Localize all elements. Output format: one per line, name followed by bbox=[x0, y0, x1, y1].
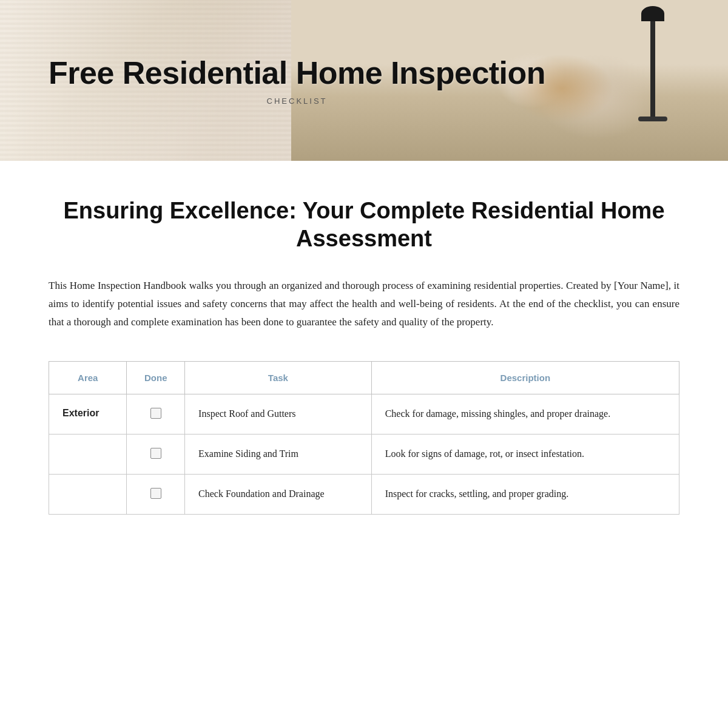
hero-header: Free Residential Home Inspection CHECKLI… bbox=[0, 0, 728, 161]
hero-subtitle: CHECKLIST bbox=[49, 96, 545, 106]
table-row: Check Foundation and Drainage Inspect fo… bbox=[49, 475, 679, 515]
done-cell bbox=[127, 435, 185, 475]
intro-paragraph: This Home Inspection Handbook walks you … bbox=[49, 277, 679, 331]
col-header-description: Description bbox=[371, 362, 679, 394]
description-cell: Look for signs of damage, rot, or insect… bbox=[371, 435, 679, 475]
col-header-task: Task bbox=[185, 362, 372, 394]
task-cell: Inspect Roof and Gutters bbox=[185, 394, 372, 435]
table-row: Exterior Inspect Roof and Gutters Check … bbox=[49, 394, 679, 435]
done-cell bbox=[127, 475, 185, 515]
col-header-area: Area bbox=[49, 362, 127, 394]
hero-title: Free Residential Home Inspection bbox=[49, 55, 545, 92]
section-heading: Ensuring Excellence: Your Complete Resid… bbox=[49, 197, 679, 252]
hero-content: Free Residential Home Inspection CHECKLI… bbox=[49, 55, 545, 106]
col-header-done: Done bbox=[127, 362, 185, 394]
area-cell bbox=[49, 475, 127, 515]
task-cell: Check Foundation and Drainage bbox=[185, 475, 372, 515]
checkbox[interactable] bbox=[150, 408, 161, 419]
done-cell bbox=[127, 394, 185, 435]
description-cell: Inspect for cracks, settling, and proper… bbox=[371, 475, 679, 515]
checklist-table: Area Done Task Description Exterior Insp… bbox=[49, 361, 679, 514]
lamp-decoration bbox=[650, 12, 655, 121]
area-cell bbox=[49, 435, 127, 475]
table-header-row: Area Done Task Description bbox=[49, 362, 679, 394]
checkbox[interactable] bbox=[150, 488, 161, 499]
area-cell: Exterior bbox=[49, 394, 127, 435]
checkbox[interactable] bbox=[150, 448, 161, 459]
task-cell: Examine Siding and Trim bbox=[185, 435, 372, 475]
table-row: Examine Siding and Trim Look for signs o… bbox=[49, 435, 679, 475]
description-cell: Check for damage, missing shingles, and … bbox=[371, 394, 679, 435]
main-content: Ensuring Excellence: Your Complete Resid… bbox=[0, 161, 728, 551]
